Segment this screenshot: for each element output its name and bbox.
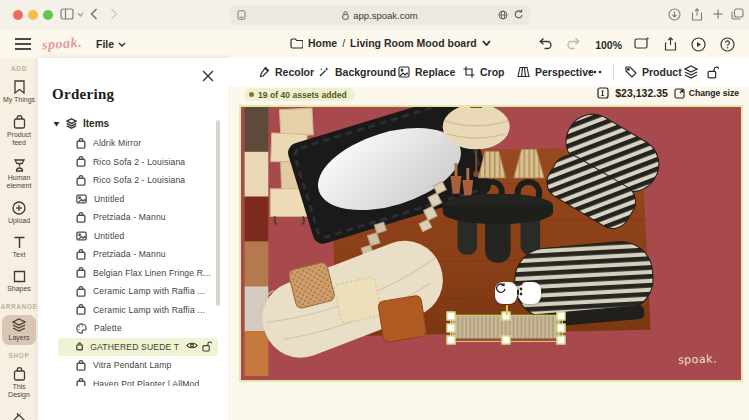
change-size-button[interactable]: Change size	[674, 88, 739, 99]
reader-view-icon[interactable]	[237, 10, 246, 20]
breadcrumb[interactable]: Home / Living Room Mood board	[290, 37, 491, 49]
layer-row[interactable]: Haven Pot Planter | AllMod	[48, 375, 218, 387]
layer-row[interactable]: Pretziada - Mannu	[48, 208, 218, 227]
layer-row[interactable]: Rico Sofa 2 - Louisiana	[48, 153, 218, 172]
rail-item-partial[interactable]	[2, 410, 36, 420]
redo-icon[interactable]	[567, 37, 581, 50]
layer-row-selected[interactable]: GATHERED SUEDE THROW...	[58, 338, 218, 357]
breadcrumb-home[interactable]: Home	[308, 37, 337, 49]
bag-icon	[76, 341, 83, 352]
layer-row[interactable]: Untitled	[48, 190, 218, 209]
rail-item-text[interactable]: Text	[2, 233, 36, 262]
unlock-toolbar-icon[interactable]	[707, 58, 719, 86]
layers-group-header[interactable]: Items	[53, 118, 109, 129]
toolbar-divider	[613, 64, 614, 80]
rail-item-human-element[interactable]: Human element	[2, 155, 36, 193]
perspective-button[interactable]: Perspective	[517, 58, 594, 86]
crop-button[interactable]: Crop	[463, 58, 505, 86]
layer-row[interactable]: Pretziada - Mannu	[48, 245, 218, 264]
layer-row[interactable]: Vitra Pendant Lamp	[48, 356, 218, 375]
resize-icon	[674, 88, 685, 99]
close-window-button[interactable]	[13, 10, 23, 20]
assets-added-badge: 19 of 40 assets added	[244, 88, 355, 101]
layer-row[interactable]: Ceramic Lamp with Raffia ...	[48, 301, 218, 320]
rail-item-layers[interactable]: Layers	[2, 315, 36, 345]
display-mode-icon[interactable]	[634, 37, 649, 50]
magic-wand-icon	[318, 66, 330, 78]
export-icon[interactable]	[664, 37, 677, 51]
minimize-window-button[interactable]	[28, 10, 38, 20]
share-icon[interactable]	[691, 8, 703, 21]
canvas-area[interactable]: spoak.	[228, 104, 749, 420]
rail-item-label: My Things	[3, 96, 35, 104]
image-icon	[76, 231, 87, 241]
layer-label: Rico Sofa 2 - Louisiana	[93, 157, 185, 167]
layer-label: Haven Pot Planter | AllMod	[93, 379, 199, 386]
chevron-down-icon[interactable]	[77, 12, 84, 17]
translate-icon[interactable]	[498, 10, 508, 20]
selection-handle-s[interactable]	[502, 336, 511, 345]
layer-label: Ceramic Lamp with Raffia ...	[93, 305, 205, 315]
close-icon[interactable]	[202, 70, 214, 82]
maximize-window-button[interactable]	[43, 10, 53, 20]
selection-handle-w[interactable]	[447, 324, 456, 333]
more-options-icon[interactable]	[588, 58, 602, 86]
downloads-icon[interactable]	[668, 8, 681, 21]
breadcrumb-title[interactable]: Living Room Mood board	[350, 37, 477, 49]
selection-handle-se[interactable]	[557, 336, 566, 345]
palette-icon	[76, 323, 87, 334]
file-menu[interactable]: File	[96, 38, 126, 50]
layer-row[interactable]: Aldrik Mirror	[48, 134, 218, 153]
bookmark-icon	[13, 80, 26, 94]
main-menu-icon[interactable]	[15, 38, 31, 50]
rail-item-product-feed[interactable]: Product feed	[2, 112, 36, 150]
bag-icon	[76, 360, 86, 371]
layer-row[interactable]: Belgian Flax Linen Fringe R...	[48, 264, 218, 283]
perspective-icon	[517, 66, 530, 78]
panel-scrollbar[interactable]	[216, 120, 220, 306]
selection-handle-ne[interactable]	[557, 312, 566, 321]
layer-row[interactable]: Ceramic Lamp with Raffia ...	[48, 282, 218, 301]
rail-item-shapes[interactable]: Shapes	[2, 267, 36, 296]
unlock-icon[interactable]	[202, 341, 212, 352]
replace-button[interactable]: Replace	[398, 58, 455, 86]
reload-icon[interactable]	[514, 9, 524, 20]
layer-row[interactable]: Rico Sofa 2 - Louisiana	[48, 171, 218, 190]
address-bar[interactable]: app.spoak.com	[230, 5, 530, 25]
rail-item-my-things[interactable]: My Things	[2, 77, 36, 107]
selection-box[interactable]	[450, 315, 563, 342]
layer-label: Belgian Flax Linen Fringe R...	[93, 268, 211, 278]
background-button[interactable]: Background	[318, 58, 396, 86]
product-label: Product	[642, 66, 682, 78]
rail-item-this-design[interactable]: This Design	[2, 364, 36, 402]
zoom-level[interactable]: 100%	[595, 39, 622, 51]
rail-section-arrange: ARRANGE	[0, 303, 38, 310]
tab-overview-icon[interactable]	[731, 8, 744, 20]
replace-label: Replace	[415, 66, 455, 78]
item-more-button[interactable]	[519, 282, 541, 304]
rail-item-upload[interactable]: Upload	[2, 198, 36, 228]
layer-label: Rico Sofa 2 - Louisiana	[93, 175, 185, 185]
undo-icon[interactable]	[538, 37, 552, 50]
layers-toolbar-icon[interactable]	[684, 58, 698, 86]
rotate-button[interactable]	[495, 282, 517, 304]
mood-board[interactable]: spoak.	[239, 105, 743, 382]
spoak-logo[interactable]: spoak.	[41, 35, 82, 54]
selection-handle-nw[interactable]	[447, 312, 456, 321]
selection-handle-sw[interactable]	[447, 336, 456, 345]
breadcrumb-separator: /	[342, 37, 345, 49]
forward-icon[interactable]	[110, 8, 118, 20]
present-icon[interactable]	[691, 37, 706, 52]
selection-handle-e[interactable]	[557, 324, 566, 333]
back-icon[interactable]	[90, 8, 98, 20]
layers-icon	[12, 318, 26, 332]
product-button[interactable]: Product	[625, 58, 682, 86]
price-tag-icon	[597, 87, 609, 99]
new-tab-icon[interactable]	[712, 8, 724, 20]
recolor-button[interactable]: Recolor	[258, 58, 314, 86]
visibility-eye-icon[interactable]	[186, 341, 198, 350]
sidebar-toggle-icon[interactable]	[60, 8, 74, 20]
layer-row[interactable]: Palette	[48, 319, 218, 338]
help-icon[interactable]	[720, 37, 735, 52]
layer-row[interactable]: Untitled	[48, 227, 218, 246]
